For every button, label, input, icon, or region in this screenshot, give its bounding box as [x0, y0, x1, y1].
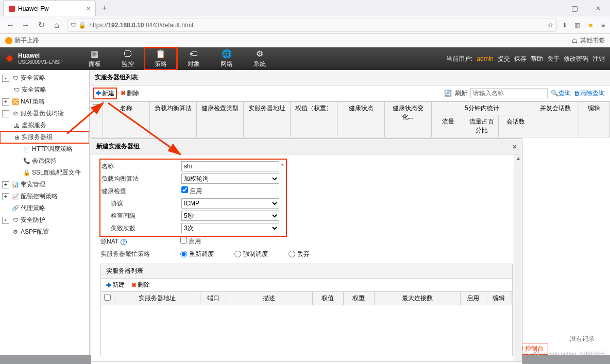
expand-icon[interactable]: - [2, 110, 9, 117]
select-all-checkbox[interactable] [93, 104, 99, 111]
dialog-scrollbar[interactable]: ▴ [514, 154, 522, 361]
sidebar-item-配额控制策略[interactable]: +📈配额控制策略 [0, 190, 89, 202]
x-icon: ✖ [131, 282, 137, 289]
sub-toolbar: ✚新建 ✖删除 [101, 279, 512, 292]
sub-add-button[interactable]: ✚新建 [106, 281, 125, 289]
new-tab-button[interactable]: + [102, 3, 108, 14]
reload-button[interactable]: ↻ [36, 20, 46, 30]
alg-select[interactable]: 加权轮询 [181, 174, 279, 184]
sidebar-item-HTTP调度策略[interactable]: 📄HTTP调度策略 [0, 143, 89, 155]
sidebar-item-安全策略[interactable]: -🛡安全策略 [0, 72, 89, 84]
sidebar-item-安全防护[interactable]: +🛡安全防护 [0, 214, 89, 226]
interval-select[interactable]: 5秒 [181, 211, 279, 221]
search-button[interactable]: 🔍查询 [551, 89, 571, 98]
lbl-alg: 负载均衡算法 [101, 175, 181, 183]
clear-search-button[interactable]: 🗑清除查询 [574, 89, 605, 98]
sidebar-item-代理策略[interactable]: 🔗代理策略 [0, 202, 89, 214]
bookmark-item[interactable]: 新手上路 [5, 36, 39, 45]
star-icon[interactable]: ☆ [548, 22, 553, 29]
tab-monitor[interactable]: 🖵监控 [111, 47, 144, 70]
sidebar-item-带宽管理[interactable]: +📊带宽管理 [0, 179, 89, 190]
close-dialog-icon[interactable]: × [513, 143, 517, 151]
link-logout[interactable]: 注销 [592, 55, 605, 63]
download-icon[interactable]: ⬇ [562, 22, 567, 29]
link-help[interactable]: 帮助 [531, 55, 543, 63]
menu-icon[interactable]: ≡ [601, 22, 605, 29]
sidebar-item-会话保持[interactable]: 📞会话保持 [0, 155, 89, 167]
tab-network[interactable]: 🌐网络 [210, 47, 243, 70]
sidebar-item-安全策略[interactable]: 🛡安全策略 [0, 84, 89, 96]
sidebar: -🛡安全策略🛡安全策略+🔀NAT策略-⚖服务器负载均衡🖧虚拟服务🖥实服务器组📄H… [0, 70, 90, 362]
maximize-icon[interactable]: ▢ [563, 4, 586, 12]
sidebar-item-服务器负载均衡[interactable]: -⚖服务器负载均衡 [0, 108, 89, 119]
tree-label: 代理策略 [21, 204, 45, 213]
device-model: USG6000V1-ENSP [18, 59, 63, 65]
sub-col-port: 端口 [200, 292, 226, 305]
tab-dashboard[interactable]: ▦面板 [78, 47, 111, 70]
current-user-label: 当前用户: [446, 55, 472, 63]
help-icon[interactable]: ? [121, 239, 127, 245]
list-toolbar: ✚新建 ✖删除 🔄刷新 🔍查询 🗑清除查询 [90, 85, 610, 101]
proto-select[interactable]: ICMP [181, 198, 279, 209]
real-server-panel: 实服务器列表 ✚新建 ✖删除 实服务器地址 端口 描述 权值 权重 最大连接数 … [100, 264, 513, 356]
brand-name: Huawei [18, 52, 63, 59]
radio-reschedule[interactable]: 重新调度 [180, 250, 214, 258]
shield-icon: 🛡 [71, 22, 77, 29]
col-hc-state: 健康状态 [337, 102, 384, 137]
sidebar-item-SSL卸载配置文件[interactable]: 🔒SSL卸载配置文件 [0, 167, 89, 179]
home-button[interactable]: ⌂ [52, 21, 62, 30]
hc-enable-checkbox[interactable] [181, 186, 188, 193]
radio-force[interactable]: 强制调度 [234, 250, 268, 258]
back-button[interactable]: ← [5, 21, 15, 30]
enable-label: 启用 [190, 187, 202, 195]
add-button[interactable]: ✚新建 [95, 89, 115, 98]
tab-object[interactable]: 🏷对象 [177, 47, 210, 70]
radio-discard[interactable]: 丢弃 [289, 250, 310, 258]
refresh-icon[interactable]: 🔄 [444, 90, 452, 97]
expand-icon[interactable]: + [2, 217, 9, 224]
app-header: ✹ Huawei USG6000V1-ENSP ▦面板 🖵监控 📋策略 🏷对象 … [0, 47, 610, 70]
tree-icon: 📞 [23, 158, 31, 164]
sub-del-button[interactable]: ✖删除 [131, 281, 150, 289]
sub-col-addr: 实服务器地址 [114, 292, 200, 305]
create-server-group-dialog: 新建实服务器组 × ▴ 名称* 负载均衡算法加权轮询 健康检查 启用 协议ICM… [91, 138, 522, 364]
sidebar-item-ASPF配置[interactable]: ⚙ASPF配置 [0, 226, 89, 238]
sidebar-item-NAT策略[interactable]: +🔀NAT策略 [0, 96, 89, 108]
tree-label: 会话保持 [32, 157, 57, 165]
other-bookmarks-label: 其他书签 [580, 36, 605, 45]
forward-button[interactable]: → [21, 21, 31, 30]
link-changepw[interactable]: 修改密码 [564, 55, 588, 63]
tree-label: 配额控制策略 [21, 192, 58, 201]
tab-system[interactable]: ⚙系统 [243, 47, 276, 70]
url-field[interactable]: 🛡 🔒 https://192.168.0.10:8443/default.ht… [67, 19, 557, 32]
ext-icon[interactable]: ☻ [587, 22, 594, 29]
object-icon: 🏷 [190, 49, 198, 59]
sidebar-item-虚拟服务[interactable]: 🖧虚拟服务 [0, 119, 89, 131]
link-save[interactable]: 保存 [514, 55, 527, 63]
name-input[interactable] [181, 161, 279, 171]
content-area: 实服务器组列表 ✚新建 ✖删除 🔄刷新 🔍查询 🗑清除查询 名称 负载均衡算法 … [90, 70, 610, 362]
link-commit[interactable]: 提交 [498, 55, 510, 63]
delete-button[interactable]: ✖删除 [121, 89, 139, 98]
expand-icon[interactable]: + [2, 98, 9, 106]
tree-icon: 🖧 [12, 123, 21, 129]
other-bookmarks[interactable]: 🗀 其他书签 [572, 36, 605, 45]
expand-icon[interactable]: - [2, 75, 9, 82]
fail-select[interactable]: 3次 [181, 223, 279, 233]
sidebar-item-实服务器组[interactable]: 🖥实服务器组 [0, 131, 89, 143]
search-input[interactable] [470, 88, 548, 98]
minimize-icon[interactable]: — [539, 4, 563, 12]
brand-logo: ✹ Huawei USG6000V1-ENSP [5, 52, 63, 65]
library-icon[interactable]: ▥ [574, 22, 580, 29]
link-about[interactable]: 关于 [547, 55, 560, 63]
snat-enable-checkbox[interactable] [180, 237, 187, 244]
close-window-icon[interactable]: × [586, 4, 610, 12]
sub-select-all[interactable] [104, 294, 111, 301]
expand-icon[interactable]: + [2, 181, 9, 188]
browser-tab[interactable]: Huawei Fw × [3, 1, 96, 16]
tree-label: 服务器负载均衡 [21, 109, 64, 118]
close-tab-icon[interactable]: × [87, 5, 90, 12]
expand-icon[interactable]: + [2, 193, 9, 200]
tab-policy[interactable]: 📋策略 [144, 47, 177, 70]
scroll-up-icon[interactable]: ▴ [514, 154, 522, 162]
